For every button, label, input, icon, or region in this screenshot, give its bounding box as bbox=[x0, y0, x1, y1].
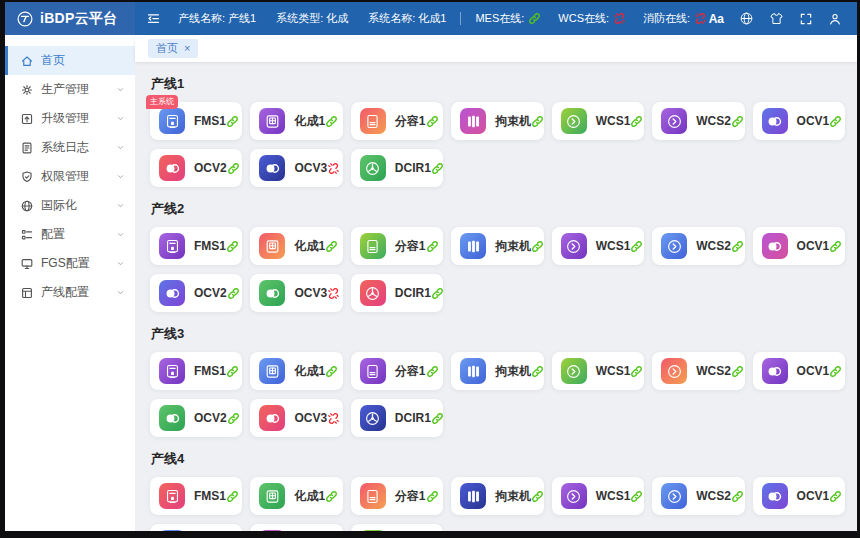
main-system-badge: 主系统 bbox=[146, 95, 178, 109]
card-wcs[interactable]: WCS2 bbox=[652, 477, 744, 515]
sidebar-item-permission[interactable]: 权限管理 bbox=[5, 162, 135, 191]
card-wcs[interactable]: WCS1 bbox=[552, 477, 644, 515]
tab-home[interactable]: 首页 × bbox=[148, 39, 198, 58]
system-name: WCS1 bbox=[596, 239, 631, 253]
card-formation[interactable]: 化成1 bbox=[250, 352, 342, 390]
card-grid: FMS1化成1分容1拘束机WCS1WCS2OCV1OCV2OCV3DCIR1 bbox=[150, 352, 845, 437]
system-name: 化成1 bbox=[294, 113, 325, 130]
chevron-down-icon bbox=[115, 84, 126, 95]
link-online-icon bbox=[829, 490, 842, 503]
card-restraint[interactable]: 拘束机 bbox=[451, 477, 543, 515]
card-formation[interactable]: 化成1 bbox=[250, 477, 342, 515]
card-restraint[interactable]: 拘束机 bbox=[451, 102, 543, 140]
card-capacity[interactable]: 分容1 bbox=[351, 102, 443, 140]
card-wcs[interactable]: WCS2 bbox=[652, 352, 744, 390]
card-ocv[interactable]: OCV3 bbox=[250, 524, 342, 531]
card-dcir[interactable]: DCIR1 bbox=[351, 149, 443, 187]
font-size-icon[interactable]: Aa bbox=[709, 13, 724, 25]
card-ocv[interactable]: OCV2 bbox=[150, 149, 242, 187]
card-dcir[interactable]: DCIR1 bbox=[351, 399, 443, 437]
card-formation[interactable]: 化成1 bbox=[250, 227, 342, 265]
link-online-icon bbox=[528, 12, 541, 25]
card-ocv[interactable]: OCV3 bbox=[250, 149, 342, 187]
system-name: FMS1 bbox=[194, 114, 226, 128]
language-globe-icon[interactable] bbox=[739, 11, 754, 26]
card-restraint[interactable]: 拘束机 bbox=[451, 352, 543, 390]
sidebar-collapse-icon[interactable] bbox=[146, 11, 161, 26]
card-wcs[interactable]: WCS1 bbox=[552, 352, 644, 390]
sidebar-item-home[interactable]: 首页 bbox=[5, 46, 135, 75]
card-wcs[interactable]: WCS2 bbox=[652, 102, 744, 140]
globe-icon bbox=[20, 199, 34, 213]
system-name: FMS1 bbox=[194, 364, 226, 378]
link-online-icon bbox=[325, 240, 338, 253]
wcs-icon bbox=[661, 358, 687, 384]
system-name: OCV2 bbox=[194, 161, 227, 175]
theme-shirt-icon[interactable] bbox=[769, 11, 784, 26]
sidebar-item-logs[interactable]: 系统日志 bbox=[5, 133, 135, 162]
sidebar-item-line-config[interactable]: 产线配置 bbox=[5, 278, 135, 307]
card-ocv[interactable]: OCV2 bbox=[150, 399, 242, 437]
chevron-down-icon bbox=[115, 171, 126, 182]
card-ocv[interactable]: OCV1 bbox=[753, 352, 845, 390]
tab-close-icon[interactable]: × bbox=[184, 43, 190, 54]
card-ocv[interactable]: OCV2 bbox=[150, 524, 242, 531]
card-capacity[interactable]: 分容1 bbox=[351, 227, 443, 265]
card-ocv[interactable]: OCV3 bbox=[250, 274, 342, 312]
wcs-icon bbox=[561, 233, 587, 259]
system-name: OCV1 bbox=[797, 114, 830, 128]
wcs-icon bbox=[661, 108, 687, 134]
capacity-icon bbox=[360, 358, 386, 384]
link-broken-icon bbox=[327, 287, 340, 300]
link-online-icon bbox=[630, 115, 643, 128]
formation-icon bbox=[259, 108, 285, 134]
card-dcir[interactable]: DCIR1 bbox=[351, 274, 443, 312]
card-fms[interactable]: FMS1 bbox=[150, 227, 242, 265]
user-icon[interactable] bbox=[828, 12, 842, 26]
card-fms[interactable]: FMS1 bbox=[150, 352, 242, 390]
sidebar-item-production[interactable]: 生产管理 bbox=[5, 75, 135, 104]
fullscreen-icon[interactable] bbox=[799, 12, 813, 26]
system-name: DCIR1 bbox=[395, 286, 431, 300]
card-ocv[interactable]: OCV1 bbox=[753, 102, 845, 140]
app-window: iBDP云平台 产线名称:产线1系统类型:化成系统名称:化成1 MES在线:WC… bbox=[5, 2, 857, 531]
card-restraint[interactable]: 拘束机 bbox=[451, 227, 543, 265]
sidebar-item-config[interactable]: 配置 bbox=[5, 220, 135, 249]
header-status-item: 消防在线: bbox=[643, 11, 707, 26]
card-capacity[interactable]: 分容1 bbox=[351, 477, 443, 515]
logo-icon bbox=[16, 10, 34, 28]
production-line-section: 产线2FMS1化成1分容1拘束机WCS1WCS2OCV1OCV2OCV3DCIR… bbox=[150, 200, 845, 312]
card-capacity[interactable]: 分容1 bbox=[351, 352, 443, 390]
sidebar-item-globe[interactable]: 国际化 bbox=[5, 191, 135, 220]
card-fms[interactable]: FMS1 bbox=[150, 477, 242, 515]
link-online-icon bbox=[731, 240, 744, 253]
system-name: 分容1 bbox=[395, 113, 426, 130]
permission-icon bbox=[20, 170, 34, 184]
card-ocv[interactable]: OCV1 bbox=[753, 227, 845, 265]
fms-icon bbox=[159, 108, 185, 134]
card-ocv[interactable]: OCV1 bbox=[753, 477, 845, 515]
card-wcs[interactable]: WCS1 bbox=[552, 227, 644, 265]
card-ocv[interactable]: OCV2 bbox=[150, 274, 242, 312]
link-online-icon bbox=[731, 365, 744, 378]
card-dcir[interactable]: DCIR1 bbox=[351, 524, 443, 531]
sidebar-item-upgrade[interactable]: 升级管理 bbox=[5, 104, 135, 133]
link-online-icon bbox=[227, 287, 240, 300]
card-formation[interactable]: 化成1 bbox=[250, 102, 342, 140]
link-online-icon bbox=[829, 240, 842, 253]
card-wcs[interactable]: WCS1 bbox=[552, 102, 644, 140]
system-name: 分容1 bbox=[395, 363, 426, 380]
sidebar-item-fgs[interactable]: FGS配置 bbox=[5, 249, 135, 278]
card-ocv[interactable]: OCV3 bbox=[250, 399, 342, 437]
system-name: 分容1 bbox=[395, 238, 426, 255]
restraint-icon bbox=[460, 233, 486, 259]
header-info-item: 系统类型:化成 bbox=[276, 11, 348, 26]
production-line-section: 产线4FMS1化成1分容1拘束机WCS1WCS2OCV1OCV2OCV3DCIR… bbox=[150, 450, 845, 531]
card-wcs[interactable]: WCS2 bbox=[652, 227, 744, 265]
formation-icon bbox=[259, 233, 285, 259]
restraint-icon bbox=[460, 108, 486, 134]
card-fms[interactable]: 主系统FMS1 bbox=[150, 102, 242, 140]
link-online-icon bbox=[630, 240, 643, 253]
header-info: 产线名称:产线1系统类型:化成系统名称:化成1 bbox=[178, 11, 446, 26]
main: 首页 × 产线1主系统FMS1化成1分容1拘束机WCS1WCS2OCV1OCV2… bbox=[135, 35, 857, 531]
